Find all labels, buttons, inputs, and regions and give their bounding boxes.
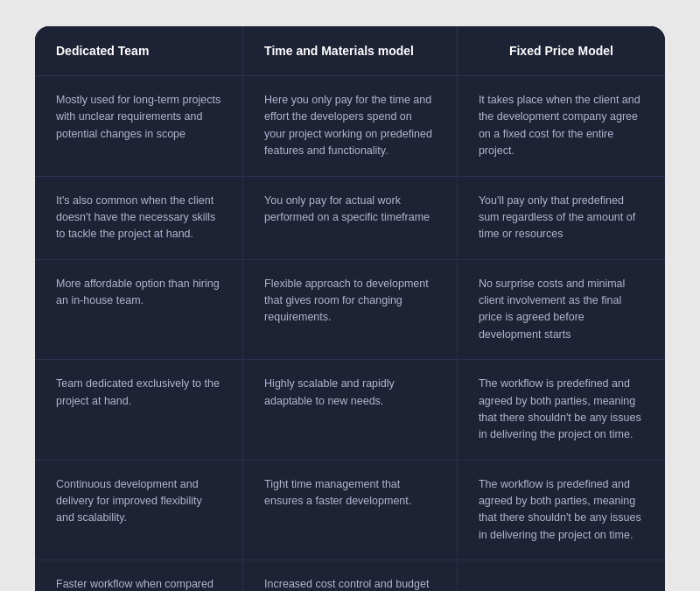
cell-row0-col1: Here you only pay for the time and effor… — [243, 76, 458, 177]
cell-row4-col1: Tight time management that ensures a fas… — [243, 460, 458, 560]
table-row: Faster workflow when compared to more st… — [35, 560, 665, 591]
cell-row3-col2: The workflow is predefined and agreed by… — [457, 360, 665, 461]
cell-row2-col1: Flexible approach to development that gi… — [243, 259, 458, 360]
header-fixed-price: Fixed Price Model — [457, 26, 665, 76]
comparison-table-container: Dedicated Team Time and Materials model … — [35, 26, 665, 591]
cell-row1-col2: You'll pay only that predefined sum rega… — [457, 176, 665, 259]
header-time-materials: Time and Materials model — [243, 26, 458, 76]
cell-row0-col0: Mostly used for long-term projects with … — [35, 76, 243, 177]
cell-row4-col2: The workflow is predefined and agreed by… — [457, 460, 665, 560]
table-row: Continuous development and delivery for … — [35, 460, 665, 560]
cell-row4-col0: Continuous development and delivery for … — [35, 460, 243, 560]
cell-row3-col0: Team dedicated exclusively to the projec… — [35, 360, 243, 461]
cell-row1-col0: It's also common when the client doesn't… — [35, 176, 243, 259]
header-dedicated-team: Dedicated Team — [35, 26, 243, 76]
cell-row5-col0: Faster workflow when compared to more st… — [35, 560, 243, 591]
table-row: Team dedicated exclusively to the projec… — [35, 360, 665, 461]
cell-row3-col1: Highly scalable and rapidly adaptable to… — [243, 360, 458, 461]
cell-row5-col2 — [457, 560, 665, 591]
cell-row0-col2: It takes place when the client and the d… — [457, 76, 665, 177]
table-header-row: Dedicated Team Time and Materials model … — [35, 26, 665, 76]
comparison-table: Dedicated Team Time and Materials model … — [35, 26, 665, 591]
cell-row1-col1: You only pay for actual work performed o… — [243, 176, 458, 259]
table-row: More affordable option than hiring an in… — [35, 259, 665, 360]
table-row: Mostly used for long-term projects with … — [35, 76, 665, 177]
cell-row2-col0: More affordable option than hiring an in… — [35, 259, 243, 360]
table-row: It's also common when the client doesn't… — [35, 176, 665, 259]
cell-row2-col2: No surprise costs and minimal client inv… — [457, 259, 665, 360]
cell-row5-col1: Increased cost control and budget flexib… — [243, 560, 458, 591]
